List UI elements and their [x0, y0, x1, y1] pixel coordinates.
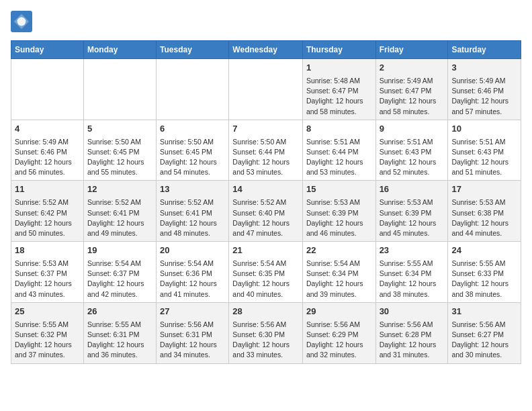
day-number: 23: [380, 244, 445, 257]
day-info: Sunrise: 5:55 AMSunset: 6:32 PMDaylight:…: [15, 320, 80, 361]
weekday-header-row: SundayMondayTuesdayWednesdayThursdayFrid…: [11, 41, 521, 59]
day-info: Sunrise: 5:54 AMSunset: 6:37 PMDaylight:…: [87, 259, 152, 300]
day-info: Sunrise: 5:53 AMSunset: 6:38 PMDaylight:…: [451, 197, 517, 238]
day-number: 22: [306, 244, 372, 257]
day-info: Sunrise: 5:56 AMSunset: 6:27 PMDaylight:…: [451, 320, 517, 361]
day-number: 31: [451, 306, 517, 318]
calendar-table: SundayMondayTuesdayWednesdayThursdayFrid…: [11, 40, 521, 364]
day-info: Sunrise: 5:54 AMSunset: 6:35 PMDaylight:…: [232, 259, 299, 300]
day-info: Sunrise: 5:55 AMSunset: 6:34 PMDaylight:…: [380, 259, 445, 300]
day-info: Sunrise: 5:52 AMSunset: 6:42 PMDaylight:…: [15, 197, 80, 238]
calendar-week-row: 18Sunrise: 5:53 AMSunset: 6:37 PMDayligh…: [11, 242, 521, 303]
calendar-cell: 4Sunrise: 5:49 AMSunset: 6:46 PMDaylight…: [11, 120, 84, 181]
day-number: 6: [160, 123, 225, 136]
day-info: Sunrise: 5:50 AMSunset: 6:45 PMDaylight:…: [160, 137, 225, 178]
day-info: Sunrise: 5:55 AMSunset: 6:31 PMDaylight:…: [87, 320, 152, 361]
day-info: Sunrise: 5:56 AMSunset: 6:31 PMDaylight:…: [160, 320, 225, 361]
calendar-cell: 18Sunrise: 5:53 AMSunset: 6:37 PMDayligh…: [11, 242, 84, 303]
calendar-cell: 8Sunrise: 5:51 AMSunset: 6:44 PMDaylight…: [302, 120, 375, 181]
day-number: 8: [306, 123, 372, 136]
day-info: Sunrise: 5:55 AMSunset: 6:33 PMDaylight:…: [451, 259, 517, 300]
calendar-cell: 30Sunrise: 5:56 AMSunset: 6:28 PMDayligh…: [375, 302, 448, 363]
calendar-cell: 13Sunrise: 5:52 AMSunset: 6:41 PMDayligh…: [157, 181, 229, 242]
day-number: 4: [15, 123, 80, 136]
calendar-cell: [229, 59, 303, 120]
calendar-cell: 10Sunrise: 5:51 AMSunset: 6:43 PMDayligh…: [448, 120, 521, 181]
day-info: Sunrise: 5:56 AMSunset: 6:30 PMDaylight:…: [232, 320, 299, 361]
day-info: Sunrise: 5:56 AMSunset: 6:29 PMDaylight:…: [306, 320, 372, 361]
calendar-cell: 23Sunrise: 5:55 AMSunset: 6:34 PMDayligh…: [375, 242, 448, 303]
day-number: 16: [380, 183, 445, 196]
day-number: 28: [232, 306, 299, 318]
day-info: Sunrise: 5:51 AMSunset: 6:44 PMDaylight:…: [306, 137, 372, 178]
day-number: 21: [232, 244, 299, 257]
weekday-header-tuesday: Tuesday: [157, 41, 229, 59]
calendar-cell: 7Sunrise: 5:50 AMSunset: 6:44 PMDaylight…: [229, 120, 303, 181]
svg-point-2: [17, 17, 26, 26]
calendar-cell: 28Sunrise: 5:56 AMSunset: 6:30 PMDayligh…: [229, 302, 303, 363]
day-number: 13: [160, 183, 225, 196]
calendar-cell: 24Sunrise: 5:55 AMSunset: 6:33 PMDayligh…: [448, 242, 521, 303]
weekday-header-wednesday: Wednesday: [229, 41, 303, 59]
calendar-cell: 6Sunrise: 5:50 AMSunset: 6:45 PMDaylight…: [157, 120, 229, 181]
calendar-cell: 31Sunrise: 5:56 AMSunset: 6:27 PMDayligh…: [448, 302, 521, 363]
day-info: Sunrise: 5:53 AMSunset: 6:39 PMDaylight:…: [380, 197, 445, 238]
calendar-cell: 5Sunrise: 5:50 AMSunset: 6:45 PMDaylight…: [83, 120, 156, 181]
calendar-cell: [157, 59, 229, 120]
weekday-header-friday: Friday: [375, 41, 448, 59]
day-number: 24: [451, 244, 517, 257]
calendar-cell: 27Sunrise: 5:56 AMSunset: 6:31 PMDayligh…: [157, 302, 229, 363]
calendar-cell: 21Sunrise: 5:54 AMSunset: 6:35 PMDayligh…: [229, 242, 303, 303]
day-number: 19: [87, 244, 152, 257]
day-number: 5: [87, 123, 152, 136]
day-info: Sunrise: 5:53 AMSunset: 6:37 PMDaylight:…: [15, 259, 80, 300]
day-info: Sunrise: 5:51 AMSunset: 6:43 PMDaylight:…: [451, 137, 517, 178]
calendar-cell: 3Sunrise: 5:49 AMSunset: 6:46 PMDaylight…: [448, 59, 521, 120]
calendar-cell: 16Sunrise: 5:53 AMSunset: 6:39 PMDayligh…: [375, 181, 448, 242]
day-number: 10: [451, 123, 517, 136]
calendar-cell: 15Sunrise: 5:53 AMSunset: 6:39 PMDayligh…: [302, 181, 375, 242]
day-number: 7: [232, 123, 299, 136]
day-info: Sunrise: 5:50 AMSunset: 6:44 PMDaylight:…: [232, 137, 299, 178]
day-info: Sunrise: 5:56 AMSunset: 6:28 PMDaylight:…: [380, 320, 445, 361]
calendar-cell: 20Sunrise: 5:54 AMSunset: 6:36 PMDayligh…: [157, 242, 229, 303]
day-info: Sunrise: 5:52 AMSunset: 6:41 PMDaylight:…: [160, 197, 225, 238]
weekday-header-sunday: Sunday: [11, 41, 84, 59]
calendar-week-row: 4Sunrise: 5:49 AMSunset: 6:46 PMDaylight…: [11, 120, 521, 181]
calendar-cell: 11Sunrise: 5:52 AMSunset: 6:42 PMDayligh…: [11, 181, 84, 242]
calendar-cell: 25Sunrise: 5:55 AMSunset: 6:32 PMDayligh…: [11, 302, 84, 363]
day-number: 15: [306, 183, 372, 196]
calendar-cell: 19Sunrise: 5:54 AMSunset: 6:37 PMDayligh…: [83, 242, 156, 303]
calendar-cell: 22Sunrise: 5:54 AMSunset: 6:34 PMDayligh…: [302, 242, 375, 303]
calendar-cell: 12Sunrise: 5:52 AMSunset: 6:41 PMDayligh…: [83, 181, 156, 242]
day-info: Sunrise: 5:48 AMSunset: 6:47 PMDaylight:…: [306, 76, 372, 117]
calendar-week-row: 1Sunrise: 5:48 AMSunset: 6:47 PMDaylight…: [11, 59, 521, 120]
day-number: 20: [160, 244, 225, 257]
calendar-cell: 14Sunrise: 5:52 AMSunset: 6:40 PMDayligh…: [229, 181, 303, 242]
page-header: [11, 11, 521, 32]
day-info: Sunrise: 5:52 AMSunset: 6:41 PMDaylight:…: [87, 197, 152, 238]
day-info: Sunrise: 5:54 AMSunset: 6:36 PMDaylight:…: [160, 259, 225, 300]
day-info: Sunrise: 5:51 AMSunset: 6:43 PMDaylight:…: [380, 137, 445, 178]
day-number: 2: [380, 62, 445, 75]
day-number: 1: [306, 62, 372, 75]
calendar-cell: 1Sunrise: 5:48 AMSunset: 6:47 PMDaylight…: [302, 59, 375, 120]
calendar-cell: [83, 59, 156, 120]
weekday-header-saturday: Saturday: [448, 41, 521, 59]
calendar-cell: 2Sunrise: 5:49 AMSunset: 6:47 PMDaylight…: [375, 59, 448, 120]
calendar-cell: 17Sunrise: 5:53 AMSunset: 6:38 PMDayligh…: [448, 181, 521, 242]
calendar-cell: 26Sunrise: 5:55 AMSunset: 6:31 PMDayligh…: [83, 302, 156, 363]
day-number: 14: [232, 183, 299, 196]
day-info: Sunrise: 5:50 AMSunset: 6:45 PMDaylight:…: [87, 137, 152, 178]
day-number: 27: [160, 306, 225, 318]
calendar-cell: 29Sunrise: 5:56 AMSunset: 6:29 PMDayligh…: [302, 302, 375, 363]
calendar-cell: 9Sunrise: 5:51 AMSunset: 6:43 PMDaylight…: [375, 120, 448, 181]
day-info: Sunrise: 5:54 AMSunset: 6:34 PMDaylight:…: [306, 259, 372, 300]
day-number: 12: [87, 183, 152, 196]
calendar-cell: [11, 59, 84, 120]
day-number: 18: [15, 244, 80, 257]
day-number: 30: [380, 306, 445, 318]
day-info: Sunrise: 5:49 AMSunset: 6:47 PMDaylight:…: [380, 76, 445, 117]
logo: [11, 11, 35, 32]
day-number: 26: [87, 306, 152, 318]
